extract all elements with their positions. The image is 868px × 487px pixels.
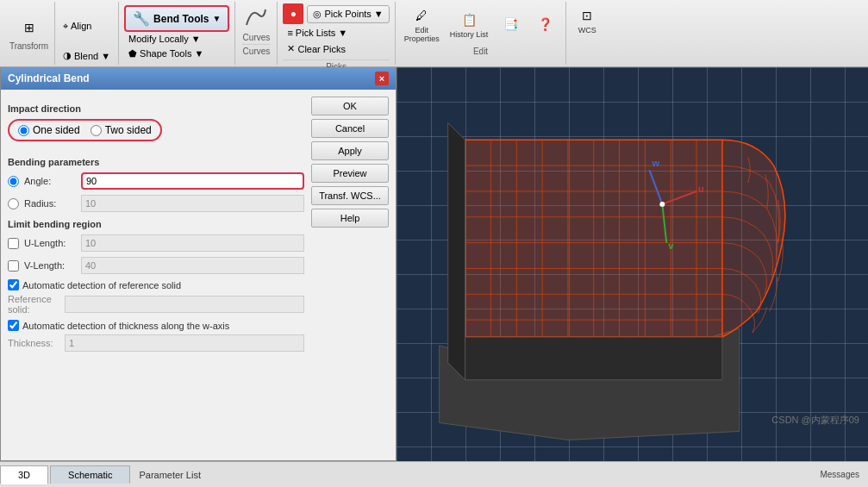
extra-btn-2[interactable]: ❓ <box>529 3 560 45</box>
radius-row: Radius: <box>8 195 304 212</box>
shape-tools-label: Shape Tools ▼ <box>140 48 203 59</box>
transform-label: Transform <box>9 41 48 51</box>
two-sided-label: Two sided <box>105 124 152 136</box>
auto-thickness-label: Automatic detection of thickness along t… <box>22 321 229 331</box>
v-length-label: V-Length: <box>24 260 76 271</box>
auto-thickness-checkbox[interactable] <box>8 320 19 331</box>
curves-bottom-label: Curves <box>243 47 271 56</box>
wcs-label: WCS <box>578 26 596 34</box>
preview-button[interactable]: Preview <box>311 164 389 183</box>
wcs-icon: ⊡ <box>577 5 597 26</box>
blend-row: ◑ Blend ▼ <box>59 48 115 63</box>
help-button[interactable]: Help <box>311 209 389 228</box>
main-content: Cylindrical Bend × Impact direction One … <box>0 67 868 461</box>
two-sided-radio[interactable] <box>91 125 102 136</box>
extra-btn-1[interactable]: 📑 <box>495 3 526 45</box>
picks-top-row: ● ◎ Pick Points ▼ <box>283 3 389 24</box>
auto-thickness-row: Automatic detection of thickness along t… <box>8 320 304 331</box>
auto-detect-label: Automatic detection of reference solid <box>22 280 181 290</box>
toolbar-bend-tools-group: 🔧 Bend Tools ▼ Modify Locally ▼ ⬟ Shape … <box>119 2 235 65</box>
svg-text:u: u <box>698 184 704 194</box>
apply-button[interactable]: Apply <box>311 141 389 160</box>
edit-properties-button[interactable]: 🖊 EditProperties <box>401 3 443 45</box>
transform-button[interactable]: ⊞ <box>14 16 45 40</box>
blend-button[interactable]: ◑ Blend ▼ <box>59 48 115 63</box>
modify-locally-button[interactable]: Modify Locally ▼ <box>124 32 229 46</box>
dialog-close-button[interactable]: × <box>375 72 389 85</box>
wcs-button[interactable]: ⊡ WCS <box>571 3 603 36</box>
cancel-button[interactable]: Cancel <box>311 119 389 138</box>
svg-text:w: w <box>651 158 659 168</box>
u-length-input <box>81 234 304 252</box>
u-length-row: U-Length: <box>8 234 304 252</box>
dialog-body: Impact direction One sided Two sided <box>1 90 396 364</box>
tab-3d[interactable]: 3D <box>0 465 48 484</box>
clear-picks-label: Clear Picks <box>297 44 346 54</box>
edit-properties-icon: 🖊 <box>411 5 432 26</box>
history-list-button[interactable]: 📋 History List <box>446 3 492 45</box>
transform-icon: ⊞ <box>19 17 40 38</box>
toolbar-transform-group: ⊞ Transform <box>3 2 55 65</box>
edit-buttons-row: 🖊 EditProperties 📋 History List 📑 ❓ <box>401 3 561 45</box>
thickness-input <box>65 334 304 352</box>
svg-marker-20 <box>448 122 465 379</box>
reference-solid-label: Reference solid: <box>8 294 59 315</box>
v-length-row: V-Length: <box>8 257 304 274</box>
angle-label: Angle: <box>24 176 76 186</box>
transf-wcs-button[interactable]: Transf. WCS... <box>311 186 389 205</box>
main-toolbar: ⊞ Transform ⌖ Align ◑ Blend ▼ 🔧 Bend Too… <box>0 0 868 67</box>
ok-button[interactable]: OK <box>311 97 389 116</box>
one-sided-option[interactable]: One sided <box>18 124 80 136</box>
messages-label: Messages <box>820 470 868 479</box>
watermark: CSDN @内蒙程序09 <box>771 414 859 427</box>
angle-row: Angle: <box>8 172 304 190</box>
clear-picks-icon: ✕ <box>287 43 295 54</box>
radius-label: Radius: <box>24 198 76 209</box>
pick-lists-dropdown: ▼ <box>338 28 347 38</box>
one-sided-label: One sided <box>33 124 80 136</box>
picks-bottom-row: ✕ Clear Picks <box>283 41 389 56</box>
dialog-left-panel: Impact direction One sided Two sided <box>8 97 304 357</box>
tab-schematic[interactable]: Schematic <box>50 465 130 484</box>
statusbar: 3D Schematic Parameter List Messages <box>0 461 868 487</box>
toolbar-align-group: ⌖ Align ◑ Blend ▼ <box>55 2 119 65</box>
radius-input <box>81 195 304 212</box>
svg-marker-19 <box>465 337 722 380</box>
svg-text:v: v <box>668 240 674 251</box>
3d-viewport[interactable]: u v w CSDN @内蒙程序09 <box>397 67 868 461</box>
reference-solid-row: Reference solid: <box>8 294 304 315</box>
radius-radio[interactable] <box>8 198 19 209</box>
u-length-checkbox[interactable] <box>8 238 19 249</box>
dialog-right-panel: OK Cancel Apply Preview Transf. WCS... H… <box>311 97 389 357</box>
pick-lists-button[interactable]: ≡ Pick Lists ▼ <box>283 26 352 40</box>
extra-icon-2: ❓ <box>534 14 555 34</box>
modify-locally-label: Modify Locally ▼ <box>128 34 201 44</box>
picks-section: ● ◎ Pick Points ▼ ≡ Pick Lists ▼ ✕ Clear… <box>278 2 395 65</box>
param-list-item: Parameter List <box>132 466 208 484</box>
3d-shape-svg: u v w <box>397 67 868 461</box>
pick-points-button[interactable]: ◎ Pick Points ▼ <box>307 5 389 23</box>
bending-params-header: Bending parameters <box>8 157 304 167</box>
shape-tools-button[interactable]: ⬟ Shape Tools ▼ <box>124 47 229 61</box>
clear-picks-button[interactable]: ✕ Clear Picks <box>283 41 350 56</box>
one-sided-radio[interactable] <box>18 125 29 136</box>
blend-icon: ◑ <box>63 50 72 61</box>
angle-radio[interactable] <box>8 176 19 187</box>
svg-rect-18 <box>465 140 722 337</box>
history-list-label: History List <box>450 30 489 39</box>
dialog-titlebar: Cylindrical Bend × <box>1 67 396 90</box>
v-length-input <box>81 257 304 274</box>
two-sided-option[interactable]: Two sided <box>91 124 152 136</box>
align-button[interactable]: ⌖ Align <box>59 19 96 34</box>
pick-points-label: Pick Points <box>324 9 371 19</box>
bend-tools-dropdown-icon: ▼ <box>213 14 222 23</box>
history-list-icon: 📋 <box>459 9 479 30</box>
bend-tools-button[interactable]: 🔧 Bend Tools ▼ <box>124 5 229 32</box>
angle-input[interactable] <box>81 172 304 190</box>
picks-red-icon: ● <box>283 3 303 24</box>
curves-icon <box>243 4 269 30</box>
curves-button[interactable] <box>242 3 270 31</box>
align-icon: ⌖ <box>63 21 68 32</box>
v-length-checkbox[interactable] <box>8 260 19 272</box>
auto-detect-checkbox[interactable] <box>8 279 19 290</box>
